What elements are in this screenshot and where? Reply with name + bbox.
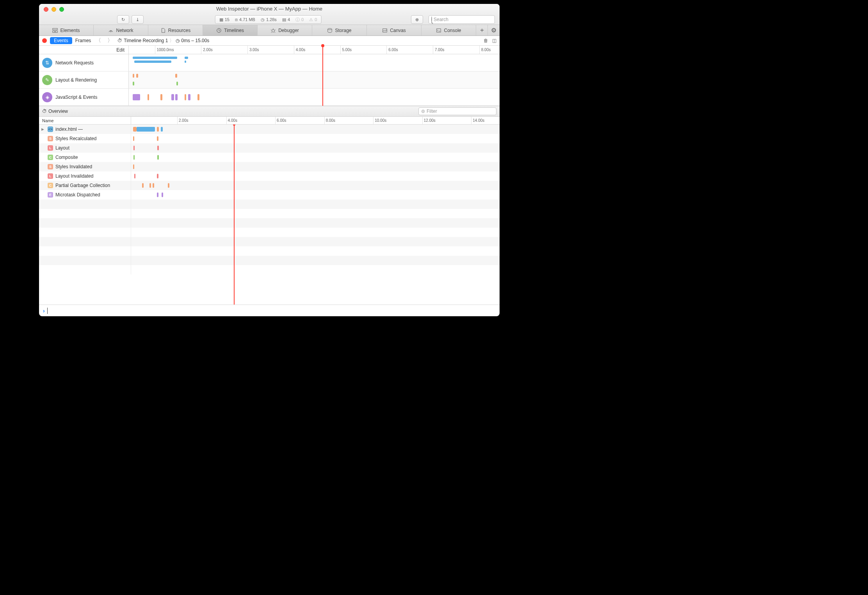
reload-button[interactable]: ↻ (117, 15, 129, 24)
timelines-icon (216, 28, 222, 33)
window-title: Web Inspector — iPhone X — MyApp — Home (39, 6, 500, 12)
svg-rect-2 (55, 30, 57, 32)
filter-icon: ⊜ (421, 109, 425, 114)
table-row[interactable]: CPartial Garbage Collection (39, 181, 500, 190)
tab-bar: Elements Network Resources Timelines Deb… (39, 25, 500, 36)
msgs-stat: ▤ 4 (280, 17, 292, 22)
minimize-window-button[interactable] (52, 7, 56, 12)
view-events[interactable]: Events (50, 37, 72, 44)
styles-badge: S (48, 164, 53, 169)
layout-icon: ✎ (42, 75, 52, 85)
record-button[interactable] (42, 38, 47, 43)
docs-stat: ▦ 15 (217, 17, 232, 22)
time-stat: ◷ 1.28s (258, 17, 279, 22)
layout-badge: L (48, 173, 53, 179)
event-badge: E (48, 192, 53, 198)
ruler-tick: 3.00s (247, 46, 259, 54)
overview-label[interactable]: Overview (48, 109, 68, 114)
search-field[interactable]: Search (429, 15, 495, 24)
ruler-scale[interactable]: 1000.0ms 2.00s 3.00s 4.00s 5.00s 6.00s 7… (129, 46, 500, 54)
resources-icon (160, 28, 166, 33)
inspect-element-button[interactable]: ⊕ (411, 15, 423, 24)
errors-stat: ⓘ 0 (293, 17, 306, 23)
clear-button[interactable]: 🗑 (484, 38, 488, 43)
svg-rect-1 (53, 30, 55, 32)
toolbar: ↻ ⤓ ▦ 15 ⧈ 4.71 MB ◷ 1.28s ▤ 4 ⓘ 0 ⚠ 0 ⊕… (39, 14, 500, 25)
composite-badge: C (48, 155, 53, 160)
svg-rect-8 (437, 29, 441, 32)
titlebar: Web Inspector — iPhone X — MyApp — Home … (39, 4, 500, 25)
size-stat: ⧈ 4.71 MB (233, 17, 258, 22)
ruler-tick: 5.00s (340, 46, 352, 54)
details-playhead[interactable] (234, 125, 235, 305)
edit-button[interactable]: Edit (39, 46, 129, 54)
svg-point-3 (111, 31, 112, 32)
window-controls (44, 7, 64, 12)
disclosure-triangle[interactable]: ▶ (41, 127, 45, 131)
table-row[interactable]: LLayout (39, 143, 500, 153)
stopwatch-icon: ⏱ (117, 38, 122, 43)
zoom-window-button[interactable] (59, 7, 64, 12)
svg-rect-0 (53, 28, 57, 30)
warnings-stat: ⚠ 0 (307, 17, 319, 22)
details-ruler[interactable]: 2.00s 4.00s 6.00s 8.00s 10.00s 12.00s 14… (131, 117, 500, 124)
js-icon: ◈ (42, 92, 52, 102)
settings-button[interactable]: ⚙ (488, 25, 500, 36)
table-row[interactable]: CComposite (39, 153, 500, 162)
canvas-icon (382, 28, 388, 33)
view-frames[interactable]: Frames (75, 38, 91, 43)
table-row[interactable]: SStyles Recalculated (39, 134, 500, 143)
text-cursor (47, 308, 48, 314)
table-row[interactable]: LLayout Invalidated (39, 171, 500, 181)
tab-console[interactable]: Console (422, 25, 476, 36)
svg-rect-7 (383, 29, 387, 32)
track-javascript[interactable]: ◈JavaScript & Events (39, 89, 500, 106)
tab-storage[interactable]: Storage (312, 25, 367, 36)
styles-badge: S (48, 136, 53, 141)
table-row[interactable]: SStyles Invalidated (39, 162, 500, 171)
ruler-tick: 4.00s (294, 46, 305, 54)
clock-icon: ◷ (176, 38, 180, 43)
tab-resources[interactable]: Resources (148, 25, 203, 36)
stats-pill[interactable]: ▦ 15 ⧈ 4.71 MB ◷ 1.28s ▤ 4 ⓘ 0 ⚠ 0 (215, 15, 322, 24)
ruler-tick: 7.00s (433, 46, 444, 54)
console-icon (436, 28, 441, 33)
filter-placeholder: Filter (427, 109, 437, 114)
scope-bar: Events Frames 〈 〉 ⏱ Timeline Recording 1… (39, 36, 500, 46)
elements-icon (52, 28, 58, 33)
details-grid: ▶<>index.html — SStyles Recalculated LLa… (39, 125, 500, 305)
sidebar-toggle[interactable]: ◫ (492, 38, 496, 43)
overview-ruler: Edit 1000.0ms 2.00s 3.00s 4.00s 5.00s 6.… (39, 46, 500, 54)
details-header: Name 2.00s 4.00s 6.00s 8.00s 10.00s 12.0… (39, 117, 500, 125)
tab-timelines[interactable]: Timelines (203, 25, 258, 36)
tab-elements[interactable]: Elements (39, 25, 94, 36)
nav-back[interactable]: 〈 (94, 37, 103, 44)
download-button[interactable]: ⤓ (132, 15, 144, 24)
filter-field[interactable]: ⊜ Filter (418, 107, 496, 115)
tab-debugger[interactable]: Debugger (258, 25, 312, 36)
gc-badge: C (48, 183, 53, 188)
new-tab-button[interactable]: ＋ (476, 25, 488, 36)
close-window-button[interactable] (44, 7, 48, 12)
table-row[interactable]: EMicrotask Dispatched (39, 190, 500, 200)
overview-tracks: ⇅Network Requests ✎Layout & Rendering ◈J… (39, 54, 500, 106)
table-row[interactable]: ▶<>index.html — (39, 125, 500, 134)
network-icon: ⇅ (42, 58, 52, 68)
name-column-header[interactable]: Name (39, 117, 131, 124)
search-placeholder: Search (434, 17, 448, 22)
track-network[interactable]: ⇅Network Requests (39, 54, 500, 71)
layout-badge: L (48, 145, 53, 151)
network-icon (108, 28, 114, 33)
stopwatch-icon: ⏱ (42, 109, 47, 114)
nav-forward[interactable]: 〉 (106, 37, 114, 44)
svg-point-5 (272, 29, 275, 32)
svg-point-6 (328, 28, 332, 30)
breadcrumb-recording[interactable]: Timeline Recording 1 (124, 38, 168, 43)
breadcrumb-range[interactable]: 0ms – 15.00s (181, 38, 209, 43)
overview-playhead[interactable] (322, 46, 323, 106)
storage-icon (327, 28, 333, 33)
tab-network[interactable]: Network (94, 25, 148, 36)
track-layout[interactable]: ✎Layout & Rendering (39, 71, 500, 89)
console-prompt[interactable]: › (39, 305, 500, 316)
tab-canvas[interactable]: Canvas (367, 25, 422, 36)
